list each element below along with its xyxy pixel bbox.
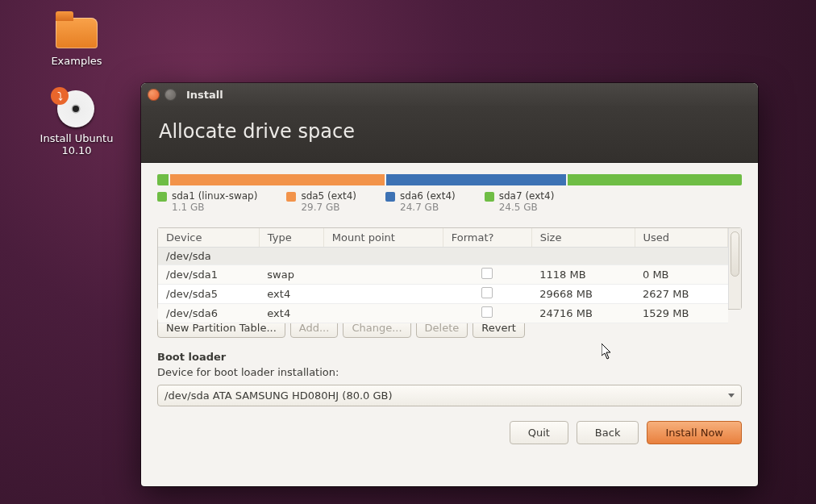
- installer-window: Install Allocate drive space sda1 (linux…: [141, 83, 758, 486]
- table-cell: [635, 248, 728, 265]
- table-cell: /dev/sda5: [158, 285, 259, 304]
- table-cell: [259, 248, 323, 265]
- column-header[interactable]: Device: [158, 228, 259, 248]
- chevron-down-icon: [728, 394, 735, 398]
- boot-loader-device-value: /dev/sda ATA SAMSUNG HD080HJ (80.0 GB): [164, 389, 393, 402]
- table-cell: 24716 MB: [531, 304, 635, 323]
- desktop-icon-label: Install Ubuntu 10.10: [24, 132, 129, 156]
- table-cell: /dev/sda: [158, 248, 259, 265]
- desktop-icon-label: Examples: [32, 55, 121, 67]
- back-button[interactable]: Back: [577, 421, 639, 444]
- table-cell: ext4: [259, 285, 323, 304]
- table-cell: ext4: [259, 304, 323, 323]
- table-cell: 2627 MB: [635, 285, 728, 304]
- table-cell: [323, 265, 443, 285]
- legend-swatch: [157, 192, 167, 202]
- table-cell: [323, 304, 443, 323]
- legend-label: sda1 (linux-swap): [172, 190, 257, 202]
- column-header[interactable]: Mount point: [323, 228, 443, 248]
- legend-size: 24.7 GB: [400, 202, 456, 213]
- boot-loader-device-select[interactable]: /dev/sda ATA SAMSUNG HD080HJ (80.0 GB): [157, 385, 742, 406]
- table-row[interactable]: /dev/sda6ext424716 MB1529 MB: [158, 304, 728, 323]
- partition-legend: sda1 (linux-swap)1.1 GBsda5 (ext4)29.7 G…: [157, 190, 742, 213]
- table-cell: [531, 248, 635, 265]
- boot-loader-heading: Boot loader: [157, 351, 742, 363]
- page-heading: Allocate drive space: [141, 106, 758, 163]
- table-cell: [323, 248, 443, 265]
- table-group-row[interactable]: /dev/sda: [158, 248, 728, 265]
- table-row[interactable]: /dev/sda1swap1118 MB0 MB: [158, 265, 728, 285]
- table-cell: /dev/sda6: [158, 304, 259, 323]
- legend-item: sda1 (linux-swap)1.1 GB: [157, 190, 257, 213]
- table-row[interactable]: /dev/sda5ext429668 MB2627 MB: [158, 285, 728, 304]
- window-title: Install: [186, 89, 223, 101]
- table-cell: [323, 285, 443, 304]
- table-cell: 29668 MB: [531, 285, 635, 304]
- column-header[interactable]: Size: [531, 228, 635, 248]
- desktop-icon-examples[interactable]: Examples: [32, 10, 121, 67]
- legend-label: sda7 (ext4): [499, 190, 555, 202]
- legend-size: 24.5 GB: [499, 202, 555, 213]
- format-checkbox[interactable]: [443, 265, 531, 285]
- table-scrollbar[interactable]: [728, 228, 741, 309]
- scrollbar-thumb[interactable]: [731, 231, 739, 277]
- partition-segment: [157, 174, 169, 185]
- format-checkbox[interactable]: [443, 285, 531, 304]
- wizard-footer: Quit Back Install Now: [157, 421, 742, 444]
- boot-loader-section: Boot loader Device for boot loader insta…: [157, 351, 742, 406]
- format-checkbox[interactable]: [443, 304, 531, 323]
- legend-swatch: [286, 192, 296, 202]
- minimize-icon[interactable]: [164, 89, 177, 101]
- legend-label: sda6 (ext4): [400, 190, 456, 202]
- table-cell: [443, 248, 531, 265]
- titlebar[interactable]: Install: [141, 83, 758, 106]
- partition-segment: [386, 174, 566, 185]
- partition-bar: [157, 174, 742, 185]
- table-cell: swap: [259, 265, 323, 285]
- folder-icon: [56, 18, 98, 48]
- column-header[interactable]: Used: [635, 228, 728, 248]
- partition-segment: [170, 174, 385, 185]
- legend-label: sda5 (ext4): [301, 190, 356, 202]
- table-cell: 1529 MB: [635, 304, 728, 323]
- install-now-button[interactable]: Install Now: [647, 421, 742, 444]
- install-arrow-icon: ⤵: [51, 87, 69, 105]
- legend-size: 1.1 GB: [172, 202, 257, 213]
- quit-button[interactable]: Quit: [510, 421, 568, 444]
- table-cell: 0 MB: [635, 265, 728, 285]
- boot-loader-label: Device for boot loader installation:: [157, 366, 742, 378]
- column-header[interactable]: Type: [259, 228, 323, 248]
- partition-segment: [568, 174, 742, 185]
- legend-swatch: [385, 192, 395, 202]
- legend-item: sda6 (ext4)24.7 GB: [385, 190, 456, 213]
- legend-item: sda7 (ext4)24.5 GB: [485, 190, 555, 213]
- desktop-icon-install-ubuntu[interactable]: ⤵ Install Ubuntu 10.10: [24, 87, 129, 156]
- legend-item: sda5 (ext4)29.7 GB: [286, 190, 356, 213]
- table-cell: /dev/sda1: [158, 265, 259, 285]
- column-header[interactable]: Format?: [443, 228, 531, 248]
- content-area: sda1 (linux-swap)1.1 GBsda5 (ext4)29.7 G…: [141, 163, 758, 486]
- table-cell: 1118 MB: [531, 265, 635, 285]
- legend-swatch: [485, 192, 494, 202]
- legend-size: 29.7 GB: [301, 202, 356, 213]
- partition-table: DeviceTypeMount pointFormat?SizeUsed /de…: [157, 227, 742, 310]
- close-icon[interactable]: [148, 89, 160, 101]
